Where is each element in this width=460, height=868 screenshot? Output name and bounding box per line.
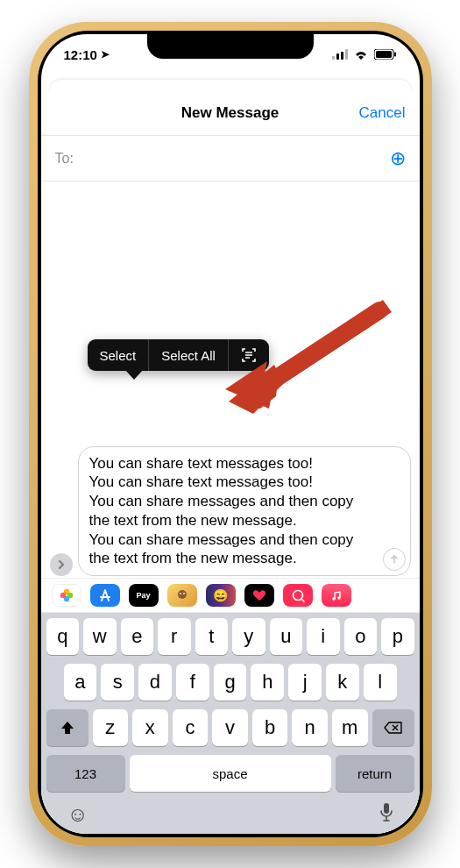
key-e[interactable]: e <box>121 618 154 655</box>
dictation-key[interactable] <box>379 802 393 827</box>
status-time: 12:10 <box>64 47 97 62</box>
key-n[interactable]: n <box>292 709 328 746</box>
key-g[interactable]: g <box>214 664 247 701</box>
key-y[interactable]: y <box>232 618 265 655</box>
compose-row: You can share text messages too! You can… <box>50 446 411 577</box>
key-u[interactable]: u <box>270 618 303 655</box>
key-k[interactable]: k <box>326 664 359 701</box>
imessage-app-strip: Pay 😄 <box>41 578 420 613</box>
key-t[interactable]: t <box>195 618 229 655</box>
message-input[interactable]: You can share text messages too! You can… <box>78 446 411 577</box>
compose-sheet: New Message Cancel To: ⊕ Select Select A… <box>41 90 420 834</box>
svg-point-15 <box>60 593 65 598</box>
menu-pointer <box>125 370 143 380</box>
svg-rect-2 <box>341 52 343 60</box>
key-m[interactable]: m <box>332 709 368 746</box>
numbers-key[interactable]: 123 <box>46 755 125 792</box>
add-contact-button[interactable]: ⊕ <box>390 147 406 170</box>
key-i[interactable]: i <box>307 618 340 655</box>
text-context-menu: Select Select All <box>88 339 269 371</box>
svg-marker-10 <box>232 366 280 409</box>
expand-apps-button[interactable] <box>50 553 73 576</box>
memoji-app-icon[interactable] <box>167 584 197 607</box>
svg-rect-3 <box>345 49 348 60</box>
key-h[interactable]: h <box>251 664 284 701</box>
menu-select[interactable]: Select <box>88 339 149 371</box>
cancel-button[interactable]: Cancel <box>359 104 406 122</box>
shift-key[interactable] <box>46 709 88 746</box>
key-l[interactable]: l <box>364 664 397 701</box>
emoji-key[interactable]: ☺ <box>67 802 89 827</box>
svg-point-16 <box>178 590 187 599</box>
svg-line-9 <box>267 310 379 384</box>
svg-rect-5 <box>376 51 392 58</box>
kb-row-2: asdfghjkl <box>45 664 416 701</box>
menu-scan-text[interactable] <box>229 339 269 371</box>
key-a[interactable]: a <box>64 664 97 701</box>
key-p[interactable]: p <box>381 618 414 655</box>
svg-rect-6 <box>394 52 396 56</box>
screen: 12:10 ➤ <box>41 34 420 834</box>
space-key[interactable]: space <box>130 755 331 792</box>
kb-row-5: ☺ <box>45 792 416 827</box>
stickers-app-icon[interactable]: 😄 <box>206 584 236 607</box>
svg-point-21 <box>337 596 341 600</box>
applepay-app-icon[interactable]: Pay <box>129 584 159 607</box>
images-app-icon[interactable] <box>283 584 313 607</box>
key-s[interactable]: s <box>101 664 134 701</box>
key-q[interactable]: q <box>46 618 80 655</box>
svg-point-20 <box>332 597 336 601</box>
key-x[interactable]: x <box>132 709 168 746</box>
phone-frame: 12:10 ➤ <box>29 22 432 846</box>
message-text: You can share text messages too! You can… <box>89 454 400 569</box>
key-v[interactable]: v <box>212 709 248 746</box>
key-z[interactable]: z <box>93 709 129 746</box>
key-j[interactable]: j <box>288 664 322 701</box>
to-field[interactable]: To: ⊕ <box>41 136 420 181</box>
page-title: New Message <box>181 104 280 122</box>
key-d[interactable]: d <box>138 664 172 701</box>
sheet-header: New Message Cancel <box>41 90 420 136</box>
key-r[interactable]: r <box>158 618 191 655</box>
kb-row-4: 123 space return <box>45 755 416 792</box>
photos-app-icon[interactable] <box>52 584 81 607</box>
key-c[interactable]: c <box>173 709 209 746</box>
key-w[interactable]: w <box>83 618 117 655</box>
menu-select-all[interactable]: Select All <box>149 339 228 371</box>
delete-key[interactable] <box>372 709 414 746</box>
svg-point-17 <box>180 593 181 594</box>
battery-icon <box>374 47 397 62</box>
to-label: To: <box>55 151 74 167</box>
location-icon: ➤ <box>101 48 110 60</box>
cellular-icon <box>332 47 348 62</box>
return-key[interactable]: return <box>336 755 414 792</box>
keyboard: qwertyuiop asdfghjkl zxcvbnm <box>41 613 420 834</box>
svg-rect-1 <box>336 53 339 60</box>
notch <box>147 34 314 59</box>
svg-marker-11 <box>229 365 283 414</box>
key-b[interactable]: b <box>252 709 288 746</box>
digital-touch-app-icon[interactable] <box>244 584 274 607</box>
key-f[interactable]: f <box>176 664 209 701</box>
svg-marker-8 <box>234 368 278 398</box>
kb-row-1: qwertyuiop <box>45 618 416 655</box>
svg-rect-22 <box>384 803 389 814</box>
kb-row-3: zxcvbnm <box>45 709 416 746</box>
key-o[interactable]: o <box>344 618 378 655</box>
wifi-icon <box>353 47 369 62</box>
svg-point-18 <box>183 593 185 594</box>
music-app-icon[interactable] <box>322 584 351 607</box>
appstore-app-icon[interactable] <box>90 584 120 607</box>
svg-rect-0 <box>332 56 335 60</box>
send-button[interactable] <box>383 548 406 571</box>
